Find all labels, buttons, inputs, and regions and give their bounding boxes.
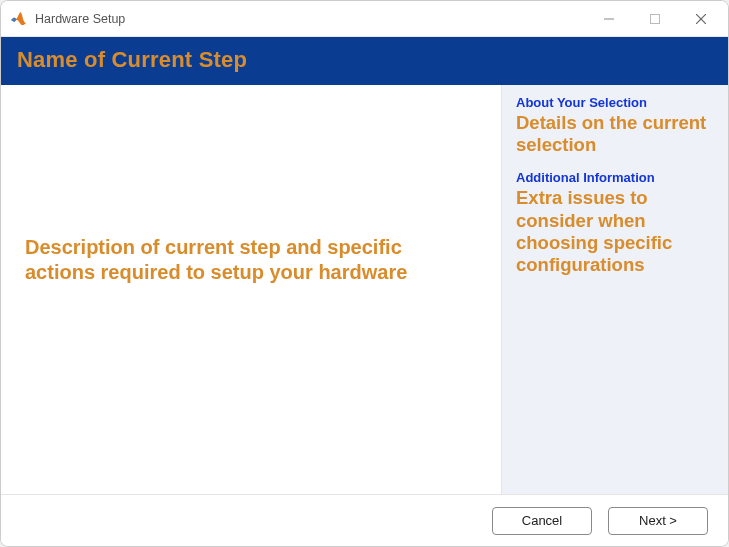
cancel-button[interactable]: Cancel bbox=[492, 507, 592, 535]
side-panel: About Your Selection Details on the curr… bbox=[501, 85, 728, 494]
main-panel: Description of current step and specific… bbox=[1, 85, 501, 494]
matlab-icon bbox=[11, 11, 27, 27]
additional-section-title: Additional Information bbox=[516, 170, 714, 185]
window-controls bbox=[586, 4, 724, 34]
step-description: Description of current step and specific… bbox=[25, 235, 477, 285]
titlebar: Hardware Setup bbox=[1, 1, 728, 37]
step-header-title: Name of Current Step bbox=[17, 47, 712, 73]
button-bar: Cancel Next > bbox=[1, 494, 728, 546]
window-title: Hardware Setup bbox=[35, 12, 586, 26]
additional-section: Additional Information Extra issues to c… bbox=[516, 170, 714, 276]
about-section-title: About Your Selection bbox=[516, 95, 714, 110]
close-button[interactable] bbox=[678, 4, 724, 34]
maximize-button[interactable] bbox=[632, 4, 678, 34]
about-section: About Your Selection Details on the curr… bbox=[516, 95, 714, 156]
svg-rect-1 bbox=[651, 14, 660, 23]
content-area: Description of current step and specific… bbox=[1, 85, 728, 494]
step-header: Name of Current Step bbox=[1, 37, 728, 85]
minimize-button[interactable] bbox=[586, 4, 632, 34]
window-frame: Hardware Setup Name of Current Step Desc… bbox=[0, 0, 729, 547]
additional-section-body: Extra issues to consider when choosing s… bbox=[516, 187, 714, 276]
about-section-body: Details on the current selection bbox=[516, 112, 714, 156]
next-button[interactable]: Next > bbox=[608, 507, 708, 535]
